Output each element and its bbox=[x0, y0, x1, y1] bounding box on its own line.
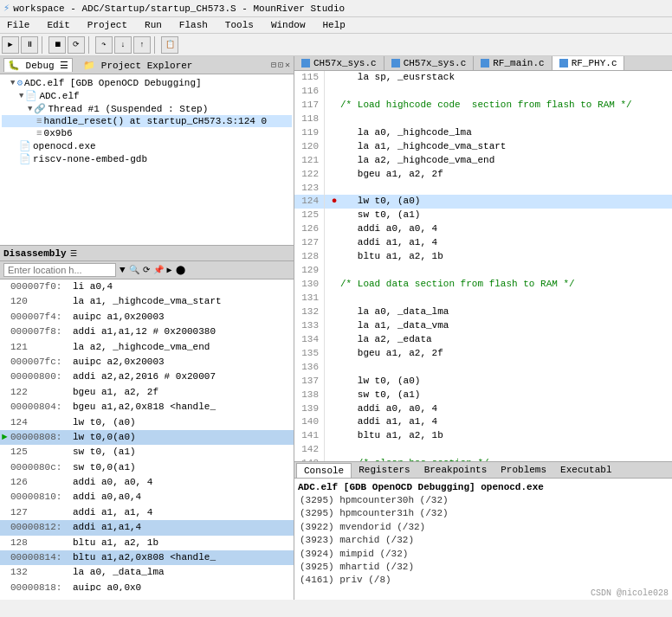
code-line: 117/* Load highcode code section from fl… bbox=[294, 99, 672, 112]
disasm-arrow-icon bbox=[2, 356, 10, 369]
disasm-tool-2[interactable]: ⟳ bbox=[143, 265, 150, 275]
editor-tab-3[interactable]: RF_PHY.c bbox=[552, 56, 625, 70]
disasm-row[interactable]: 00000800: addi a2,a2,2016 # 0x20007 bbox=[0, 370, 294, 384]
disasm-row[interactable]: 121 la a2, _highcode_vma_end bbox=[0, 340, 294, 355]
code-line: 120 la a1, _highcode_vma_start bbox=[294, 140, 672, 154]
line-number: 122 bbox=[294, 168, 325, 182]
disasm-row[interactable]: 124 lw t0, (a0) bbox=[0, 415, 294, 430]
bottom-panel: ConsoleRegistersBreakpointsProblemsExecu… bbox=[294, 461, 672, 600]
line-content: bgeu a1, a2, 2f bbox=[340, 347, 443, 361]
tree-label-addr: 0x9b6 bbox=[44, 128, 73, 138]
line-number: 136 bbox=[294, 361, 325, 375]
code-line: 125 sw t0, (a1) bbox=[294, 209, 672, 222]
code-editor[interactable]: 115 la sp, _eusrstack116117/* Load highc… bbox=[294, 71, 672, 461]
toolbar-btn-3[interactable]: ⏹ bbox=[48, 36, 66, 54]
collapse-icon-3: ▼ bbox=[28, 105, 32, 113]
line-content: la a2, _highcode_vma_end bbox=[340, 154, 494, 168]
tree-item-elf-debugging[interactable]: ▼ ⚙ ADC.elf [GDB OpenOCD Debugging] bbox=[2, 76, 292, 89]
disasm-instruction: lw t0, (a0) bbox=[73, 416, 136, 429]
disasm-tool-5[interactable]: ⬤ bbox=[176, 265, 185, 275]
line-number: 137 bbox=[294, 375, 325, 389]
disasm-row[interactable]: 00000810: addi a0,a0,4 bbox=[0, 490, 294, 505]
toolbar-btn-5[interactable]: ↷ bbox=[95, 36, 113, 54]
disasm-row[interactable]: 00000814: bltu a1,a2,0x808 <handle_ bbox=[0, 550, 294, 565]
tree-item-openocd[interactable]: 📄 openocd.exe bbox=[2, 139, 292, 152]
tab-debug[interactable]: 🐛 Debug ☰ bbox=[3, 58, 73, 72]
console-line: (3925) mhartid (/32) bbox=[298, 561, 669, 574]
toolbar-btn-2[interactable]: ⏸ bbox=[21, 36, 38, 54]
disasm-tool-3[interactable]: 📌 bbox=[153, 265, 164, 275]
tree-item-elf[interactable]: ▼ 📄 ADC.elf bbox=[2, 89, 292, 102]
disasm-address: 124 bbox=[10, 416, 73, 429]
tree-item-gdb[interactable]: 📄 riscv-none-embed-gdb bbox=[2, 152, 292, 165]
toolbar-btn-8[interactable]: 📋 bbox=[161, 36, 178, 54]
toolbar-btn-1[interactable]: ▶ bbox=[2, 36, 19, 54]
disasm-arrow-icon bbox=[2, 446, 10, 459]
disasm-arrow-icon bbox=[2, 311, 10, 324]
disasm-arrow-icon bbox=[2, 521, 10, 534]
disasm-address: 00000818: bbox=[10, 582, 73, 591]
tree-item-thread[interactable]: ▼ 🔗 Thread #1 (Suspended : Step) bbox=[2, 102, 292, 115]
close-debug-icon[interactable]: ✕ bbox=[285, 60, 290, 70]
toolbar-btn-4[interactable]: ⟳ bbox=[68, 36, 85, 54]
bottom-tab-problems[interactable]: Problems bbox=[494, 463, 553, 477]
minimize-icon[interactable]: ⊟ bbox=[271, 60, 276, 70]
menu-item-flash[interactable]: Flash bbox=[176, 19, 211, 31]
disasm-row[interactable]: 122 bgeu a1, a2, 2f bbox=[0, 385, 294, 400]
toolbar-btn-7[interactable]: ↑ bbox=[133, 36, 151, 54]
disasm-row[interactable]: 000007f0: li a0,4 bbox=[0, 280, 294, 294]
disasm-row[interactable]: 126 addi a0, a0, 4 bbox=[0, 475, 294, 490]
editor-tab-1[interactable]: CH57x_sys.c bbox=[384, 56, 475, 70]
line-content: bgeu a1, a2, 2f bbox=[340, 168, 443, 182]
disasm-row[interactable]: 000007fc: auipc a2,0x20003 bbox=[0, 355, 294, 370]
menu-item-file[interactable]: File bbox=[3, 19, 33, 31]
thread-icon: 🔗 bbox=[34, 103, 46, 114]
disasm-row[interactable]: 132 la a0, _data_lma bbox=[0, 565, 294, 580]
title-text: workspace - ADC/Startup/startup_CH573.S … bbox=[13, 3, 345, 14]
disasm-location-bar: ▼ 🔍 ⟳ 📌 ▶ ⬤ bbox=[0, 261, 294, 280]
bottom-tab-registers[interactable]: Registers bbox=[352, 463, 417, 477]
disasm-row[interactable]: 000007f4: auipc a1,0x20003 bbox=[0, 310, 294, 325]
disasm-row[interactable]: 00000804: bgeu a1,a2,0x818 <handle_ bbox=[0, 400, 294, 415]
menu-item-project[interactable]: Project bbox=[84, 19, 131, 31]
disasm-row[interactable]: 120 la a1, _highcode_vma_start bbox=[0, 294, 294, 309]
disasm-row[interactable]: 000007f8: addi a1,a1,12 # 0x2000380 bbox=[0, 325, 294, 339]
disasm-row[interactable]: 128 bltu a1, a2, 1b bbox=[0, 536, 294, 550]
disasm-row[interactable]: 127 addi a1, a1, 4 bbox=[0, 505, 294, 520]
menu-item-tools[interactable]: Tools bbox=[222, 19, 257, 31]
bottom-tab-console[interactable]: Console bbox=[296, 463, 352, 478]
menu-item-edit[interactable]: Edit bbox=[43, 19, 73, 31]
disasm-row[interactable]: 0000080c: sw t0,0(a1) bbox=[0, 460, 294, 475]
disasm-arrow-icon bbox=[2, 416, 10, 429]
debug-panel-header: 🐛 Debug ☰ 📁 Project Explorer ⊟ ⊡ ✕ bbox=[0, 56, 294, 74]
disasm-tool-4[interactable]: ▶ bbox=[167, 265, 172, 275]
line-number: 141 bbox=[294, 429, 325, 443]
menu-item-help[interactable]: Help bbox=[319, 19, 348, 31]
menu-item-window[interactable]: Window bbox=[268, 19, 309, 31]
disasm-instruction: li a0,4 bbox=[73, 280, 113, 293]
console-line: (3922) mvendorid (/32) bbox=[298, 521, 669, 534]
location-input[interactable] bbox=[3, 263, 116, 277]
disasm-row[interactable]: 125 sw t0, (a1) bbox=[0, 445, 294, 460]
bottom-tab-executabl[interactable]: Executabl bbox=[553, 463, 618, 477]
disasm-row[interactable]: ►00000808: lw t0,0(a0) bbox=[0, 430, 294, 445]
editor-tab-0[interactable]: CH57x_sys.c bbox=[294, 56, 384, 70]
disasm-tool-1[interactable]: 🔍 bbox=[129, 265, 139, 275]
console-header: ADC.elf [GDB OpenOCD Debugging] openocd.… bbox=[298, 480, 669, 494]
menu-item-run[interactable]: Run bbox=[141, 19, 165, 31]
maximize-icon[interactable]: ⊡ bbox=[278, 60, 283, 70]
disasm-dropdown-icon[interactable]: ▼ bbox=[120, 265, 126, 275]
tree-item-handle-reset[interactable]: ≡ handle_reset() at startup_CH573.S:124 … bbox=[2, 115, 292, 127]
bottom-tab-breakpoints[interactable]: Breakpoints bbox=[417, 463, 494, 477]
code-line: 127 addi a1, a1, 4 bbox=[294, 236, 672, 250]
tab-project-explorer[interactable]: 📁 Project Explorer bbox=[80, 59, 196, 72]
line-number: 126 bbox=[294, 222, 325, 236]
disasm-row[interactable]: 00000812: addi a1,a1,4 bbox=[0, 520, 294, 535]
line-content: lw t0, (a0) bbox=[340, 195, 420, 209]
editor-tab-2[interactable]: RF_main.c bbox=[474, 56, 552, 70]
tree-label-gdb: riscv-none-embed-gdb bbox=[33, 154, 147, 164]
tree-item-addr[interactable]: ≡ 0x9b6 bbox=[2, 127, 292, 139]
toolbar-btn-6[interactable]: ↓ bbox=[114, 36, 132, 54]
breakpoint-indicator[interactable]: ● bbox=[328, 195, 340, 209]
disasm-row[interactable]: 00000818: auipc a0,0x0 bbox=[0, 581, 294, 591]
